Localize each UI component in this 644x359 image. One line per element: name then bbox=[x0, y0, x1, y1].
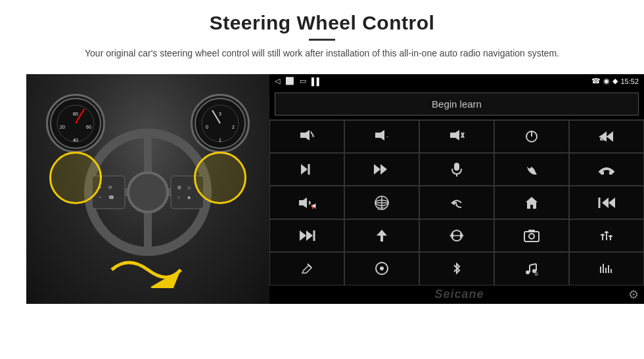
arrow-container bbox=[108, 252, 187, 291]
ctrl-prev-phone[interactable]: ☎ bbox=[569, 120, 644, 153]
ctrl-music[interactable]: ⚙ bbox=[494, 252, 569, 285]
svg-text:📢: 📢 bbox=[311, 203, 316, 209]
svg-marker-48 bbox=[380, 164, 387, 175]
svg-marker-65 bbox=[300, 230, 306, 241]
main-page: Steering Wheel Control Your original car… bbox=[0, 0, 644, 359]
svg-marker-47 bbox=[374, 164, 380, 175]
svg-marker-45 bbox=[301, 164, 308, 175]
svg-marker-29 bbox=[300, 130, 310, 140]
svg-text:20: 20 bbox=[60, 125, 65, 129]
time-display: 15:52 bbox=[620, 77, 639, 85]
ctrl-vol-up[interactable]: + bbox=[269, 120, 344, 153]
bottom-bar: Seicane ⚙ bbox=[269, 285, 644, 304]
ctrl-speaker[interactable]: 📢 bbox=[269, 186, 344, 219]
svg-point-74 bbox=[529, 234, 534, 239]
svg-text:⊞: ⊞ bbox=[177, 185, 181, 190]
ctrl-bluetooth[interactable] bbox=[419, 252, 494, 285]
title-section: Steering Wheel Control Your original car… bbox=[85, 12, 559, 61]
steering-wheel: + − ⟳ ☎ ⊞ ◇ ○ ◈ bbox=[82, 127, 214, 258]
svg-line-89 bbox=[530, 264, 536, 265]
svg-marker-68 bbox=[377, 230, 387, 242]
svg-marker-60 bbox=[451, 200, 455, 205]
ctrl-settings2[interactable] bbox=[344, 252, 419, 285]
status-left: ◁ ⬜ ▭ ▌▌ bbox=[275, 77, 322, 85]
ctrl-mute[interactable] bbox=[419, 120, 494, 153]
subtitle-text: Your original car's steering wheel contr… bbox=[85, 47, 559, 61]
svg-marker-64 bbox=[609, 198, 615, 208]
phone-status-icon: ☎ bbox=[591, 77, 601, 85]
ctrl-power[interactable] bbox=[494, 120, 569, 153]
ctrl-360[interactable]: 360° bbox=[344, 186, 419, 219]
page-title: Steering Wheel Control bbox=[85, 12, 559, 34]
svg-text:80: 80 bbox=[73, 112, 78, 116]
begin-learn-row: Begin learn bbox=[269, 89, 644, 119]
ctrl-spectrum[interactable] bbox=[569, 252, 644, 285]
svg-rect-51 bbox=[601, 171, 604, 175]
svg-marker-63 bbox=[602, 198, 609, 208]
controls-grid: + - ☎ bbox=[269, 119, 644, 285]
svg-text:40: 40 bbox=[73, 138, 78, 142]
overview-nav-icon[interactable]: ▭ bbox=[300, 77, 306, 85]
content-area: 80 40 20 60 3 1 0 2 bbox=[26, 74, 618, 304]
svg-text:+: + bbox=[311, 133, 315, 140]
watermark-text: Seicane bbox=[290, 287, 628, 301]
ctrl-call[interactable] bbox=[494, 153, 569, 186]
title-divider bbox=[309, 39, 335, 41]
ctrl-camera[interactable] bbox=[494, 219, 569, 252]
settings-gear-icon[interactable]: ⚙ bbox=[628, 287, 639, 302]
svg-text:1: 1 bbox=[219, 138, 221, 142]
svg-text:2: 2 bbox=[232, 125, 235, 129]
svg-marker-35 bbox=[375, 130, 384, 140]
ctrl-mic[interactable] bbox=[419, 153, 494, 186]
svg-point-84 bbox=[380, 266, 384, 270]
svg-marker-53 bbox=[299, 198, 307, 208]
svg-rect-52 bbox=[609, 171, 612, 175]
car-image: 80 40 20 60 3 1 0 2 bbox=[26, 74, 269, 304]
svg-marker-37 bbox=[450, 130, 459, 140]
svg-text:360°: 360° bbox=[377, 206, 387, 211]
ctrl-prev-track[interactable] bbox=[569, 186, 644, 219]
home-nav-icon[interactable]: ⬜ bbox=[285, 77, 294, 85]
svg-text:-: - bbox=[386, 133, 388, 140]
ctrl-home[interactable] bbox=[494, 186, 569, 219]
svg-rect-75 bbox=[528, 230, 535, 232]
svg-marker-61 bbox=[526, 197, 538, 209]
svg-text:○: ○ bbox=[177, 195, 180, 200]
location-status-icon: ◉ bbox=[603, 77, 610, 85]
ctrl-next[interactable] bbox=[269, 153, 344, 186]
ctrl-skip-fwd[interactable] bbox=[344, 153, 419, 186]
status-bar: ◁ ⬜ ▭ ▌▌ ☎ ◉ ◆ 15:52 bbox=[269, 74, 644, 89]
svg-text:3: 3 bbox=[219, 112, 221, 116]
ctrl-edit[interactable] bbox=[269, 252, 344, 285]
ctrl-nav[interactable] bbox=[344, 219, 419, 252]
signal-icon: ▌▌ bbox=[311, 77, 322, 85]
ctrl-vol-down[interactable]: - bbox=[344, 120, 419, 153]
svg-text:☎: ☎ bbox=[599, 134, 608, 142]
status-right: ☎ ◉ ◆ 15:52 bbox=[591, 77, 639, 85]
ctrl-switch[interactable] bbox=[419, 219, 494, 252]
svg-rect-49 bbox=[454, 163, 459, 171]
svg-marker-66 bbox=[306, 230, 313, 241]
wifi-status-icon: ◆ bbox=[612, 77, 618, 85]
ctrl-skip-end[interactable] bbox=[269, 219, 344, 252]
svg-text:⟳: ⟳ bbox=[108, 185, 112, 190]
begin-learn-button[interactable]: Begin learn bbox=[275, 93, 639, 116]
svg-text:☎: ☎ bbox=[108, 195, 114, 200]
svg-point-17 bbox=[128, 173, 168, 212]
android-panel: ◁ ⬜ ▭ ▌▌ ☎ ◉ ◆ 15:52 Begin learn bbox=[269, 74, 644, 304]
back-nav-icon[interactable]: ◁ bbox=[275, 77, 280, 85]
ctrl-eq[interactable] bbox=[569, 219, 644, 252]
ctrl-hang-up[interactable] bbox=[569, 153, 644, 186]
highlight-circle-left bbox=[49, 152, 102, 204]
ctrl-back[interactable] bbox=[419, 186, 494, 219]
svg-text:⚙: ⚙ bbox=[534, 272, 538, 276]
highlight-circle-right bbox=[194, 152, 246, 204]
svg-text:−: − bbox=[99, 194, 102, 200]
